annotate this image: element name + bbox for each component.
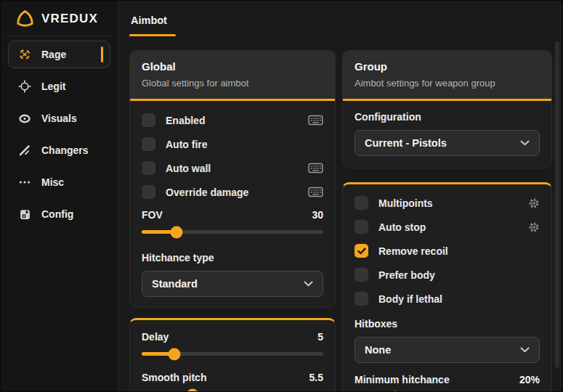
legit-crosshair-icon	[18, 80, 31, 93]
app-window: VREDUX Rage Legit	[0, 0, 563, 392]
chevron-down-icon	[520, 347, 530, 353]
body-if-lethal-checkbox[interactable]	[355, 292, 368, 306]
slider-label: Smooth pitch	[142, 372, 206, 383]
row-override-damage: Override damage	[142, 180, 323, 204]
keyboard-hotkey-icon[interactable]	[307, 187, 323, 197]
checkbox-label: Prefer body	[378, 269, 514, 281]
hitchance-type-label: Hitchance type	[142, 252, 323, 264]
configuration-dropdown[interactable]: Current - Pistols	[355, 130, 540, 156]
tab-active-underline	[129, 34, 176, 36]
prefer-body-checkbox[interactable]	[355, 268, 368, 282]
hitboxes-dropdown[interactable]: None	[355, 337, 540, 363]
row-auto-fire: Auto fire	[142, 132, 323, 156]
keyboard-hotkey-icon[interactable]	[307, 115, 323, 126]
slider-label: Minimum hitchance	[355, 374, 450, 385]
slider-thumb[interactable]	[170, 226, 182, 238]
dropdown-value: Current - Pistols	[365, 137, 447, 149]
sidebar-item-misc[interactable]: Misc	[8, 168, 110, 196]
sidebar-item-config[interactable]: Config	[8, 200, 110, 228]
tab-label: Aimbot	[129, 10, 176, 30]
main-content: Aimbot Global Global settings for aimbot…	[118, 1, 562, 391]
auto-fire-checkbox[interactable]	[142, 137, 155, 151]
tab-aimbot[interactable]: Aimbot	[129, 10, 176, 36]
smooth-pitch-slider-row: Smooth pitch 5.5	[142, 367, 323, 391]
row-multipoints: Multipoints	[355, 191, 540, 215]
sidebar-item-label: Config	[41, 208, 100, 220]
checkbox-label: Auto wall	[166, 163, 297, 174]
vredux-knot-logo-icon	[15, 9, 35, 28]
slider-label: FOV	[142, 209, 163, 221]
panel-title: Group	[355, 60, 540, 73]
global-panel: Global Global settings for aimbot Enable…	[129, 50, 336, 308]
auto-stop-checkbox[interactable]	[355, 220, 368, 234]
hitboxes-label: Hitboxes	[355, 318, 540, 330]
eye-icon	[18, 112, 31, 125]
slider-value: 20%	[519, 374, 540, 385]
logo: VREDUX	[1, 1, 118, 36]
keyboard-hotkey-icon[interactable]	[307, 163, 323, 173]
slider-label: Delay	[142, 331, 169, 343]
sidebar-item-rage[interactable]: Rage	[8, 41, 110, 68]
hitchance-type-dropdown[interactable]: Standard	[142, 271, 323, 297]
knife-icon	[18, 144, 31, 157]
slider-thumb[interactable]	[169, 348, 181, 360]
sidebar-item-changers[interactable]: Changers	[8, 136, 110, 164]
auto-wall-checkbox[interactable]	[142, 161, 155, 175]
slider-value: 5	[317, 331, 323, 343]
sidebar: VREDUX Rage Legit	[1, 1, 118, 391]
checkbox-label: Multipoints	[378, 197, 514, 209]
gear-icon[interactable]	[524, 197, 540, 209]
row-auto-stop: Auto stop	[355, 215, 540, 239]
dropdown-value: Standard	[152, 278, 198, 290]
rage-crosshair-icon	[18, 48, 31, 61]
multipoints-checkbox[interactable]	[355, 196, 368, 210]
panel-subtitle: Global settings for aimbot	[142, 78, 323, 89]
vertical-scrollbar[interactable]	[555, 41, 559, 368]
check-icon	[357, 248, 366, 255]
sidebar-item-label: Legit	[41, 81, 100, 92]
checkbox-label: Override damage	[166, 187, 297, 198]
slider-thumb[interactable]	[389, 391, 402, 391]
app-title: VREDUX	[41, 12, 98, 26]
fov-slider[interactable]	[142, 230, 323, 234]
row-remove-recoil: Remove recoil	[355, 239, 540, 263]
min-hitchance-slider-row: Minimum hitchance 20%	[355, 369, 540, 391]
sidebar-item-visuals[interactable]: Visuals	[8, 105, 110, 132]
row-prefer-body: Prefer body	[355, 263, 540, 287]
chevron-down-icon	[304, 281, 313, 287]
ellipsis-icon	[18, 176, 31, 189]
sidebar-item-label: Misc	[41, 176, 100, 188]
chevron-down-icon	[520, 140, 530, 146]
sidebar-divider	[7, 36, 112, 36]
row-auto-wall: Auto wall	[142, 156, 323, 180]
fov-slider-row: FOV 30	[142, 204, 323, 245]
row-enabled: Enabled	[142, 108, 323, 132]
configuration-label: Configuration	[355, 111, 540, 123]
dropdown-value: None	[365, 344, 391, 356]
enabled-checkbox[interactable]	[142, 113, 155, 127]
remove-recoil-checkbox[interactable]	[355, 244, 368, 258]
gear-icon[interactable]	[524, 221, 540, 233]
delay-slider-row: Delay 5	[142, 326, 323, 367]
sidebar-item-label: Rage	[41, 49, 100, 60]
delay-slider[interactable]	[142, 352, 323, 356]
checkbox-label: Auto stop	[378, 221, 514, 233]
panel-title: Global	[142, 60, 323, 73]
slider-thumb[interactable]	[187, 388, 199, 391]
sidebar-item-label: Changers	[41, 144, 100, 156]
checkbox-label: Auto fire	[166, 139, 297, 150]
checkbox-label: Enabled	[166, 115, 297, 126]
checkbox-label: Body if lethal	[378, 293, 514, 305]
slider-value: 5.5	[309, 372, 323, 383]
group-panel: Group Aimbot settings for weapon group C…	[342, 50, 552, 168]
override-damage-checkbox[interactable]	[142, 185, 155, 199]
checkbox-label: Remove recoil	[378, 245, 514, 257]
slider-value: 30	[312, 209, 323, 221]
group-panel-header: Group Aimbot settings for weapon group	[343, 51, 551, 101]
row-body-if-lethal: Body if lethal	[355, 287, 540, 311]
global-panel-header: Global Global settings for aimbot	[130, 51, 335, 101]
save-disk-icon	[18, 208, 31, 221]
panel-subtitle: Aimbot settings for weapon group	[355, 78, 540, 89]
sidebar-item-legit[interactable]: Legit	[8, 73, 110, 100]
sidebar-item-label: Visuals	[41, 113, 100, 124]
